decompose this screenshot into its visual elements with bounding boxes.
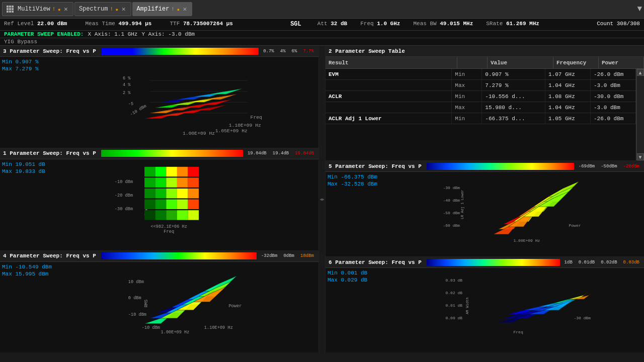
panel-5-title: 5 Parameter Sweep: Freq vs P: [329, 163, 422, 169]
td-value-1: 0.907 %: [482, 69, 545, 79]
panel-4-title: 4 Parameter Sweep: Freq vs P: [3, 253, 96, 259]
td-result-5: ACLR Adj 1 Lower: [326, 113, 452, 124]
tab-multiview[interactable]: MultiView ! ★ ✕: [2, 2, 73, 16]
td-minmax-1: Min: [452, 69, 482, 79]
tab-spectrum[interactable]: Spectrum ! ★ ✕: [74, 2, 131, 16]
chart5-svg: -30 dBm -40 dBm -50 dBm -60 dBm: [385, 174, 642, 254]
td-result-2: [326, 80, 452, 90]
warning-icon-3: !: [171, 6, 175, 12]
freq-val: 1.0 GHz: [377, 21, 400, 27]
cs1-t2: 19.4dB: [271, 150, 290, 157]
svg-rect-43: [144, 189, 155, 198]
svg-rect-44: [155, 189, 167, 198]
cs5-t3: -28dBm: [622, 163, 641, 170]
svg-text:AM Width: AM Width: [465, 298, 469, 315]
col-value: Value: [488, 57, 553, 68]
svg-rect-56: [177, 210, 188, 220]
td-minmax-3: Min: [452, 91, 482, 102]
panel-2-header: 2 Parameter Sweep Table: [326, 46, 644, 57]
panel-1-min: Min 19.051 dB: [2, 161, 57, 167]
svg-rect-52: [188, 199, 199, 209]
cs4-t1: -32dBm: [260, 252, 279, 259]
yig-bypass-bar: YIG Bypass: [0, 38, 644, 46]
td-value-4: 15.980 d...: [482, 102, 545, 113]
table-body: EVM Min 0.907 % 1.07 GHz -26.0 dBm Max 7…: [326, 69, 636, 160]
panel-2: 2 Parameter Sweep Table Result Value Fre…: [326, 46, 644, 160]
panel-4-max: Max 15.995 dBm: [2, 271, 57, 277]
td-freq-4: 1.04 GHz: [545, 102, 591, 113]
scroll-down-btn[interactable]: ▼: [637, 153, 644, 160]
panel-5-colorscale: [427, 163, 574, 170]
cs6-t1: 1dB: [563, 259, 574, 266]
svg-text:4 %: 4 %: [123, 82, 131, 87]
col-minmax: [457, 57, 488, 68]
cs3-t1: 0.7%: [262, 48, 276, 55]
panel-1-chart: -10 dBm -20 dBm -30 dBm Power: [59, 161, 316, 248]
svg-rect-51: [177, 199, 188, 209]
warning-icon-2: !: [110, 6, 113, 12]
panel-4: 4 Parameter Sweep: Freq vs P -32dBm 0dBm…: [0, 251, 318, 353]
panel-4-header: 4 Parameter Sweep: Freq vs P -32dBm 0dBm…: [0, 251, 318, 262]
att-label: Att: [317, 21, 331, 27]
tab-multiview-close[interactable]: ✕: [63, 5, 69, 13]
svg-rect-53: [144, 210, 155, 220]
panel-3-chart: 1.00E+09 Hz 1.05E+09 Hz 1.10E+09 Hz Freq…: [59, 59, 316, 146]
svg-text:<<982.1E+06 Hz: <<982.1E+06 Hz: [150, 224, 187, 229]
svg-text:-30 dBm: -30 dBm: [574, 316, 591, 320]
scroll-up-btn[interactable]: ▲: [637, 69, 644, 76]
svg-text:1.05E+09 Hz: 1.05E+09 Hz: [215, 128, 248, 134]
svg-text:-10 dBm: -10 dBm: [128, 312, 146, 317]
svg-rect-57: [188, 210, 199, 220]
srate-val: 61.269 MHz: [506, 21, 539, 27]
panel-1-max: Max 19.833 dB: [2, 168, 57, 174]
panel-3-content: Min 0.907 % Max 7.279 %: [0, 57, 318, 148]
svg-rect-46: [177, 189, 188, 198]
td-freq-1: 1.07 GHz: [545, 69, 591, 79]
chart4-svg: 10 dBm 0 dBm -10 dBm RMS: [59, 264, 316, 351]
svg-text:1.10E+09 Hz: 1.10E+09 Hz: [229, 123, 261, 128]
table-header: Result Value Frequency Power: [326, 57, 644, 69]
sweep-bar: PARAMETER SWEEP ENABLED: X Axis: 1.1 GHz…: [0, 31, 644, 38]
panel-5: 5 Parameter Sweep: Freq vs P -69dBm -50d…: [326, 161, 644, 256]
ref-level-val: 22.00 dBm: [37, 21, 67, 27]
meas-time-label: Meas Time: [85, 21, 118, 27]
svg-rect-55: [166, 210, 177, 220]
vertical-divider[interactable]: [319, 46, 325, 352]
svg-text:1.00E+09 Hz: 1.00E+09 Hz: [514, 238, 540, 243]
svg-text:Freq: Freq: [164, 229, 174, 234]
cs6-t2: 0.01dB: [577, 259, 596, 266]
panel-3-min: Min 0.907 %: [2, 59, 57, 65]
td-value-5: -66.375 d...: [482, 113, 545, 124]
tab-spectrum-close[interactable]: ✕: [121, 5, 127, 13]
tab-amplifier-close[interactable]: ✕: [182, 5, 188, 13]
att-val: 32 dB: [331, 21, 347, 27]
tab-spectrum-label: Spectrum: [79, 6, 108, 13]
ttf-val: 78.735007264 μs: [183, 21, 233, 27]
svg-text:6 %: 6 %: [123, 76, 131, 81]
table-row: EVM Min 0.907 % 1.07 GHz -26.0 dBm: [326, 69, 636, 80]
svg-text:0.00 dB: 0.00 dB: [446, 316, 463, 320]
svg-text:-60 dBm: -60 dBm: [443, 223, 460, 228]
chart3-svg: 1.00E+09 Hz 1.05E+09 Hz 1.10E+09 Hz Freq…: [59, 59, 316, 146]
panel-6-stats: Min 0.001 dB Max 0.029 dB: [328, 270, 383, 350]
table-scrollbar[interactable]: ▲ ▼: [636, 69, 644, 160]
cs5-t2: -50dBm: [599, 163, 618, 170]
svg-rect-45: [166, 189, 177, 198]
svg-text:Power: Power: [228, 304, 242, 309]
td-power-3: -30.0 dBm: [591, 91, 636, 102]
panel-6-colorscale: [427, 259, 560, 266]
tab-amplifier[interactable]: Amplifier ! ★ ✕: [132, 2, 193, 16]
window-controls[interactable]: ▼: [637, 5, 642, 14]
panel-1-header: 1 Parameter Sweep: Freq vs P 19.04dB 19.…: [0, 148, 318, 159]
meas-bw-label: Meas BW: [413, 21, 440, 27]
td-power-4: -3.0 dBm: [591, 102, 636, 113]
panel-3: 3 Parameter Sweep: Freq vs P 0.7% 4% 6% …: [0, 46, 318, 148]
svg-text:0.02 dB: 0.02 dB: [446, 291, 463, 295]
svg-text:-30 dBm: -30 dBm: [115, 207, 133, 212]
count-val: Count 308/308: [597, 20, 640, 29]
srate-label: SRate: [486, 21, 506, 27]
ref-level-label: Ref Level: [4, 21, 37, 27]
sweep-enabled-label: PARAMETER SWEEP ENABLED:: [4, 31, 84, 37]
svg-rect-35: [166, 167, 177, 176]
panel-5-content: Min -66.375 dBm Max -32.528 dBm -30 dBm …: [326, 172, 644, 256]
